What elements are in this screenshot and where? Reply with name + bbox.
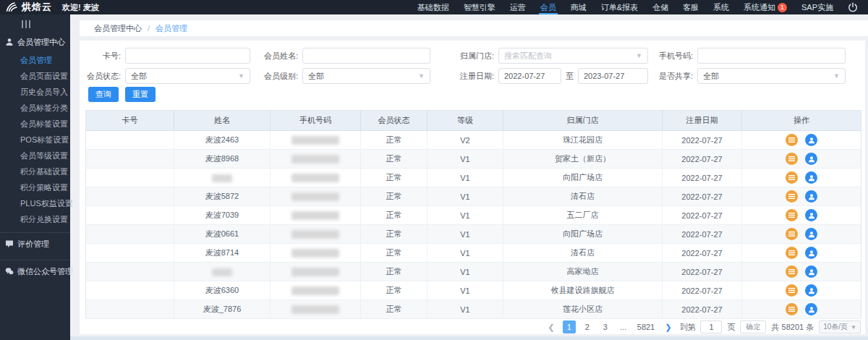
detail-list-icon[interactable] (786, 171, 798, 184)
phone-input[interactable] (697, 48, 846, 64)
page-number-button[interactable]: 3 (599, 320, 612, 333)
detail-list-icon[interactable] (786, 153, 798, 165)
prev-page-button[interactable]: ❮ (545, 323, 558, 332)
member-profile-icon[interactable] (805, 265, 817, 278)
next-page-button[interactable]: ❯ (662, 323, 674, 332)
sidebar-item[interactable]: 会员标签分类 (0, 100, 70, 116)
member-name-input[interactable] (302, 48, 430, 64)
page-number-button[interactable]: ... (617, 320, 630, 333)
breadcrumb-parent[interactable]: 会员管理中心 (94, 23, 142, 34)
cell-level: V1 (427, 281, 503, 300)
sidebar-item-label: POS标签设置 (20, 135, 69, 144)
nav-item[interactable]: 商城 (563, 0, 594, 14)
detail-list-icon[interactable] (786, 247, 798, 259)
bottom-scrollbar-track[interactable] (70, 336, 868, 340)
chat-icon (5, 239, 14, 248)
breadcrumb: 会员管理中心 / 会员管理 (80, 20, 868, 36)
share-select[interactable]: 全部 ▼ (697, 68, 846, 84)
member-name: 麦波8714 (205, 248, 239, 257)
nav-item[interactable]: 客服 (676, 0, 706, 14)
page-number-button[interactable]: 1 (563, 320, 576, 333)
sidebar-section-review[interactable]: 评价管理 (0, 232, 70, 255)
sidebar-item[interactable]: POS标签设置 (0, 132, 70, 148)
nav-item[interactable]: 智慧引擎 (456, 0, 503, 14)
detail-list-icon[interactable] (786, 228, 798, 240)
sidebar-item[interactable]: 积分基础设置 (0, 163, 70, 179)
sidebar-item[interactable]: 会员标签设置 (0, 116, 70, 132)
nav-item[interactable]: 会员 (533, 0, 563, 14)
goto-page-input[interactable] (700, 320, 722, 333)
cell-status: 正常 (361, 263, 427, 281)
page-size-select[interactable]: 10条/页 ▼ (819, 320, 861, 333)
member-profile-icon[interactable] (805, 284, 817, 297)
member-profile-icon[interactable] (805, 303, 817, 315)
member-profile-icon[interactable] (805, 171, 817, 184)
cell-register-date: 2022-07-27 (663, 263, 742, 281)
reset-button[interactable]: 重置 (125, 87, 156, 102)
sidebar-collapse-button[interactable] (0, 14, 70, 33)
nav-item[interactable]: SAP实施 (794, 0, 841, 14)
wing-logo-icon (6, 2, 19, 12)
member-profile-icon[interactable] (805, 190, 817, 203)
sidebar-section-label: 微信公众号管理 (17, 266, 73, 277)
member-profile-icon[interactable] (805, 228, 817, 240)
detail-list-icon[interactable] (786, 265, 798, 278)
nav-item[interactable]: 系统 (706, 0, 736, 14)
nav-item[interactable]: 基础数据 (410, 0, 456, 14)
page-number-button[interactable]: 5821 (635, 320, 657, 333)
chevron-down-icon: ▼ (238, 72, 244, 80)
table-row: 麦波7039 正常 V1 五二厂店 2022-07-27 (86, 206, 861, 225)
member-profile-icon[interactable] (805, 209, 817, 221)
nav-item[interactable]: 运营 (503, 0, 533, 14)
sidebar-section-label: 会员管理中心 (17, 37, 65, 48)
member-profile-icon[interactable] (805, 247, 817, 259)
redacted-phone (292, 305, 339, 314)
detail-list-icon[interactable] (786, 190, 798, 203)
date-range-separator: 至 (566, 71, 574, 82)
redacted-phone (292, 286, 339, 295)
sidebar-item[interactable]: 会员页面设置 (0, 68, 70, 84)
member-profile-icon[interactable] (805, 134, 817, 146)
store-select-placeholder: 搜索匹配查询 (504, 51, 552, 61)
sidebar-item-label: 积分兑换设置 (20, 215, 68, 224)
sidebar-item[interactable]: 积分兑换设置 (0, 211, 70, 227)
sidebar-item[interactable]: 积分策略设置 (0, 179, 70, 195)
nav-item[interactable]: 仓储 (645, 0, 676, 14)
status-label: 会员状态: (81, 71, 121, 82)
sidebar-section-member-center[interactable]: 会员管理中心 (0, 33, 70, 51)
cell-card-no (86, 244, 174, 263)
power-icon[interactable] (848, 2, 858, 12)
status-select[interactable]: 全部 ▼ (125, 68, 250, 84)
column-header-label: 手机号码 (299, 116, 331, 124)
query-button[interactable]: 查询 (88, 87, 119, 102)
level-select[interactable]: 全部 ▼ (302, 68, 430, 84)
sidebar-item-label: 积分策略设置 (20, 183, 68, 192)
redacted-phone (292, 230, 339, 239)
sidebar-section-wechat[interactable]: 微信公众号管理 (0, 260, 70, 282)
member-profile-icon[interactable] (805, 153, 817, 165)
nav-item[interactable]: 订单&报表 (594, 0, 645, 14)
date-from-input[interactable] (498, 68, 561, 84)
sidebar-item[interactable]: 历史会员导入 (0, 84, 70, 100)
detail-list-icon[interactable] (786, 209, 798, 221)
detail-list-icon[interactable] (786, 284, 798, 297)
sidebar-item[interactable]: 会员等级设置 (0, 148, 70, 163)
store-select[interactable]: 搜索匹配查询 ▼ (498, 48, 648, 64)
page-number-button[interactable]: 2 (581, 320, 594, 333)
table-row: 麦波8714 正常 V1 清石店 2022-07-27 (86, 244, 861, 263)
detail-list-icon[interactable] (786, 303, 798, 315)
brand[interactable]: 烘焙云 (6, 1, 52, 14)
menu-collapse-icon (22, 20, 30, 28)
table-row: 麦波0661 正常 V1 向阳广场店 2022-07-27 (86, 225, 861, 244)
goto-confirm-button[interactable]: 确定 (740, 320, 766, 333)
sidebar-item[interactable]: PLUS权益设置 (0, 195, 70, 211)
nav-item-label: SAP实施 (801, 2, 833, 13)
table-header-row: 卡号 姓名 手机号码 会员状态 等级 归属门店 注册日期 操作 (86, 111, 861, 131)
nav-item[interactable]: 系统通知 1 (736, 0, 794, 14)
detail-list-icon[interactable] (786, 134, 798, 146)
cell-member-name (174, 169, 271, 187)
cell-store: 五二厂店 (503, 206, 663, 225)
date-to-input[interactable] (578, 68, 648, 84)
sidebar-item[interactable]: 会员管理 (0, 52, 70, 68)
card-no-input[interactable] (125, 48, 250, 64)
